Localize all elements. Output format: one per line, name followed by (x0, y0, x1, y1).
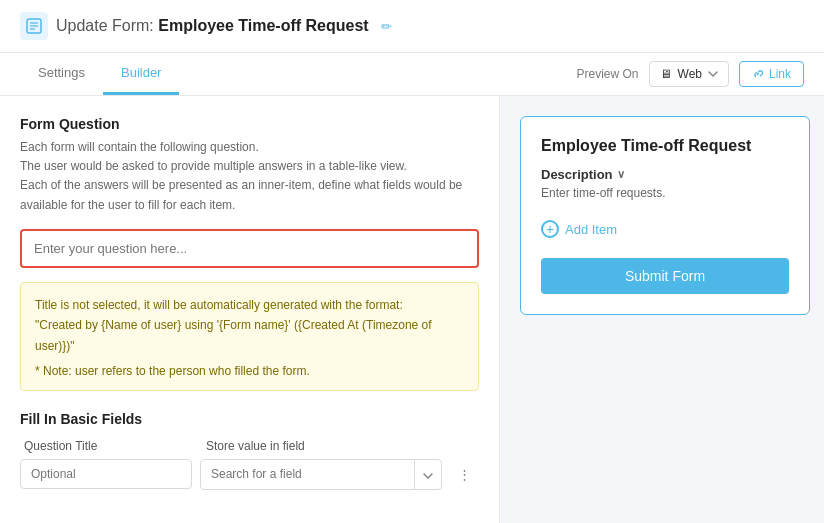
desc-chevron: ∨ (617, 168, 625, 181)
search-field-input[interactable] (201, 460, 414, 488)
chevron-down-icon (423, 473, 433, 479)
form-question-title: Form Question (20, 116, 479, 132)
search-field-wrap (200, 459, 442, 490)
form-card-desc-label: Description ∨ (541, 167, 789, 182)
right-panel: Employee Time-off Request Description ∨ … (500, 96, 824, 523)
tab-builder[interactable]: Builder (103, 53, 179, 95)
link-button-label: Link (769, 67, 791, 81)
preview-option: Web (678, 67, 702, 81)
optional-input[interactable] (20, 459, 192, 489)
question-input-wrap (20, 229, 479, 268)
tabs: Settings Builder (20, 53, 179, 95)
tabs-bar: Settings Builder Preview On 🖥 Web Link (0, 53, 824, 96)
add-item-label: Add Item (565, 222, 617, 237)
link-button[interactable]: Link (739, 61, 804, 87)
notice-note: * Note: user refers to the person who fi… (35, 364, 464, 378)
form-card: Employee Time-off Request Description ∨ … (520, 116, 810, 315)
page-title: Update Form: Employee Time-off Request (56, 17, 369, 35)
preview-section: Preview On 🖥 Web Link (576, 61, 804, 87)
notice-text: Title is not selected, it will be automa… (35, 295, 464, 356)
notice-box: Title is not selected, it will be automa… (20, 282, 479, 391)
field-row-headers: Question Title Store value in field (20, 439, 479, 453)
add-item-button[interactable]: + Add Item (541, 220, 789, 238)
more-options-button[interactable]: ⋮ (450, 461, 479, 488)
field-row: ⋮ (20, 459, 479, 490)
search-field-arrow[interactable] (414, 460, 441, 489)
form-question-desc: Each form will contain the following que… (20, 138, 479, 215)
preview-select[interactable]: 🖥 Web (649, 61, 729, 87)
top-bar: Update Form: Employee Time-off Request ✏ (0, 0, 824, 53)
submit-form-button[interactable]: Submit Form (541, 258, 789, 294)
form-icon (20, 12, 48, 40)
question-input[interactable] (22, 231, 477, 266)
fill-section-title: Fill In Basic Fields (20, 411, 479, 427)
chevron-down-icon (708, 71, 718, 77)
edit-icon[interactable]: ✏ (381, 19, 392, 34)
form-card-desc-text: Enter time-off requests. (541, 186, 789, 200)
monitor-icon: 🖥 (660, 67, 672, 81)
add-item-circle-icon: + (541, 220, 559, 238)
col2-label: Store value in field (206, 439, 475, 453)
col1-label: Question Title (24, 439, 194, 453)
main: Form Question Each form will contain the… (0, 96, 824, 523)
form-card-title: Employee Time-off Request (541, 137, 789, 155)
tab-settings[interactable]: Settings (20, 53, 103, 95)
link-icon (752, 68, 764, 80)
left-panel: Form Question Each form will contain the… (0, 96, 500, 523)
preview-label: Preview On (576, 67, 638, 81)
